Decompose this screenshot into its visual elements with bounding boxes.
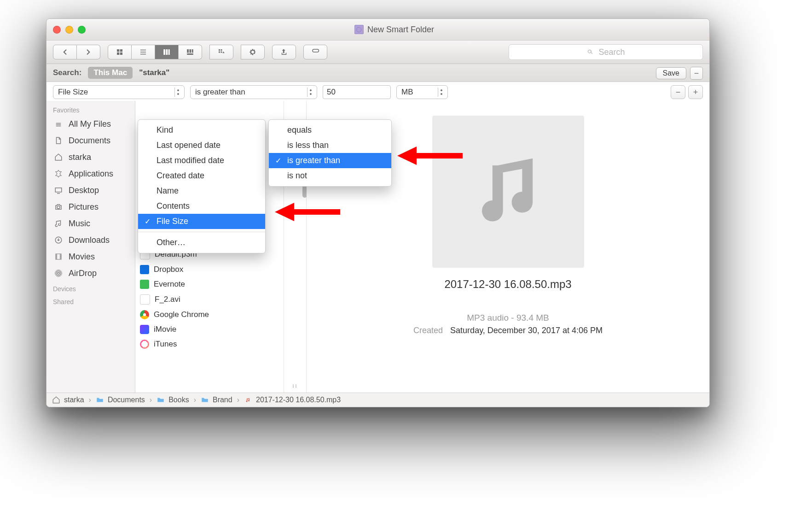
sidebar-item-home[interactable]: starka (46, 149, 135, 165)
sidebar-item-airdrop[interactable]: AirDrop (46, 265, 135, 282)
list-item[interactable]: Dropbox (135, 262, 284, 277)
operator-dropdown[interactable]: equals is less than ✓is greater than is … (268, 119, 392, 187)
remove-criteria-button[interactable]: − (671, 85, 685, 99)
forward-button[interactable] (77, 45, 100, 59)
sidebar-item-label: starka (69, 153, 91, 162)
itunes-icon (140, 340, 149, 349)
column-view-button[interactable] (155, 45, 179, 59)
path-crumb[interactable]: starka (52, 396, 84, 404)
list-item[interactable]: iTunes (135, 337, 284, 352)
download-icon (53, 235, 64, 246)
sidebar-item-documents[interactable]: Documents (46, 132, 135, 149)
sidebar-item-music[interactable]: Music (46, 215, 135, 232)
chrome-icon (140, 310, 149, 319)
path-crumb[interactable]: Books (157, 396, 189, 404)
icon-view-button[interactable] (108, 45, 132, 59)
scope-this-mac[interactable]: This Mac (88, 67, 133, 79)
gallery-icon (186, 48, 194, 56)
svg-point-8 (245, 397, 251, 403)
chevron-right-icon: › (194, 396, 196, 404)
action-button-group (241, 45, 265, 59)
zoom-button[interactable] (78, 26, 86, 34)
list-item[interactable]: iMovie (135, 322, 284, 337)
smart-folder-icon (354, 25, 364, 34)
attribute-select[interactable]: File Size (53, 85, 185, 99)
collapse-criteria-button[interactable]: − (690, 67, 703, 80)
path-crumb[interactable]: Brand (201, 396, 232, 404)
path-bar: starka › Documents › Books › Brand › 201… (46, 393, 709, 407)
sidebar-item-label: Movies (69, 252, 95, 262)
operator-select[interactable]: is greater than (190, 85, 317, 99)
sidebar-item-label: AirDrop (69, 269, 97, 278)
film-icon (53, 251, 64, 262)
value-input[interactable]: 50 (323, 85, 391, 99)
action-button[interactable] (241, 45, 265, 59)
sidebar-item-all-my-files[interactable]: All My Files (46, 116, 135, 132)
chevron-left-icon (61, 48, 69, 56)
sidebar-heading-favorites: Favorites (46, 103, 135, 116)
share-button[interactable] (272, 45, 296, 59)
svg-point-1 (58, 272, 60, 275)
close-button[interactable] (53, 26, 61, 34)
tag-icon (311, 48, 319, 56)
sidebar-heading-devices: Devices (46, 282, 135, 294)
menu-item-contents[interactable]: Contents (138, 199, 265, 214)
search-scope-bar: Search: This Mac "starka" Save − (46, 64, 709, 82)
path-crumb[interactable]: Documents (96, 396, 145, 404)
menu-item-is-not[interactable]: is not (269, 168, 391, 183)
path-crumb[interactable]: 2017-12-30 16.08.50.mp3 (244, 396, 341, 404)
sidebar-item-label: Downloads (69, 235, 110, 245)
preview-meta-created: Created Saturday, December 30, 2017 at 4… (413, 326, 603, 335)
menu-item-is-less-than[interactable]: is less than (269, 138, 391, 153)
menu-item-created-date[interactable]: Created date (138, 168, 265, 183)
imovie-icon (140, 325, 149, 334)
document-icon (53, 135, 64, 146)
chevron-right-icon: › (237, 396, 239, 404)
grid-icon (116, 48, 124, 56)
menu-item-is-greater-than[interactable]: ✓is greater than (269, 153, 391, 168)
scope-label: Search: (53, 68, 81, 77)
minimize-button[interactable] (65, 26, 73, 34)
search-icon (586, 48, 594, 56)
sidebar-item-applications[interactable]: Applications (46, 165, 135, 182)
menu-item-equals[interactable]: equals (269, 123, 391, 138)
menu-item-kind[interactable]: Kind (138, 123, 265, 138)
nav-buttons (53, 45, 100, 59)
tags-button[interactable] (303, 45, 327, 59)
sidebar-item-label: Documents (69, 136, 110, 146)
camera-icon (53, 201, 64, 212)
menu-separator (138, 232, 265, 232)
meta-key: Created (413, 326, 443, 335)
home-icon (52, 396, 60, 404)
chevron-right-icon: › (150, 396, 152, 404)
attribute-dropdown[interactable]: Kind Last opened date Last modified date… (138, 119, 266, 253)
arrange-button[interactable] (209, 45, 233, 59)
menu-item-other[interactable]: Other… (138, 235, 265, 250)
list-item[interactable]: F_2.avi (135, 292, 284, 307)
columns-icon (162, 48, 171, 56)
list-icon (139, 48, 147, 56)
menu-item-file-size[interactable]: ✓File Size (138, 214, 265, 229)
menu-item-last-modified-date[interactable]: Last modified date (138, 153, 265, 168)
sidebar-item-label: All My Files (69, 119, 111, 129)
search-field[interactable]: Search (509, 44, 703, 60)
sidebar-item-downloads[interactable]: Downloads (46, 232, 135, 248)
back-button[interactable] (53, 45, 77, 59)
check-icon: ✓ (275, 156, 281, 164)
menu-item-last-opened-date[interactable]: Last opened date (138, 138, 265, 153)
list-item[interactable]: Evernote (135, 277, 284, 292)
sidebar-item-label: Desktop (69, 186, 99, 195)
meta-value: Saturday, December 30, 2017 at 4:06 PM (450, 326, 603, 335)
unit-select[interactable]: MB (396, 85, 448, 99)
coverflow-view-button[interactable] (179, 45, 202, 59)
save-button[interactable]: Save (656, 67, 686, 79)
list-view-button[interactable] (132, 45, 155, 59)
sidebar-item-desktop[interactable]: Desktop (46, 182, 135, 199)
scope-current-folder[interactable]: "starka" (139, 68, 169, 77)
evernote-icon (140, 280, 149, 289)
list-item[interactable]: Google Chrome (135, 307, 284, 322)
add-criteria-button[interactable]: + (688, 85, 703, 99)
menu-item-name[interactable]: Name (138, 183, 265, 199)
sidebar-item-movies[interactable]: Movies (46, 248, 135, 265)
sidebar-item-pictures[interactable]: Pictures (46, 199, 135, 215)
